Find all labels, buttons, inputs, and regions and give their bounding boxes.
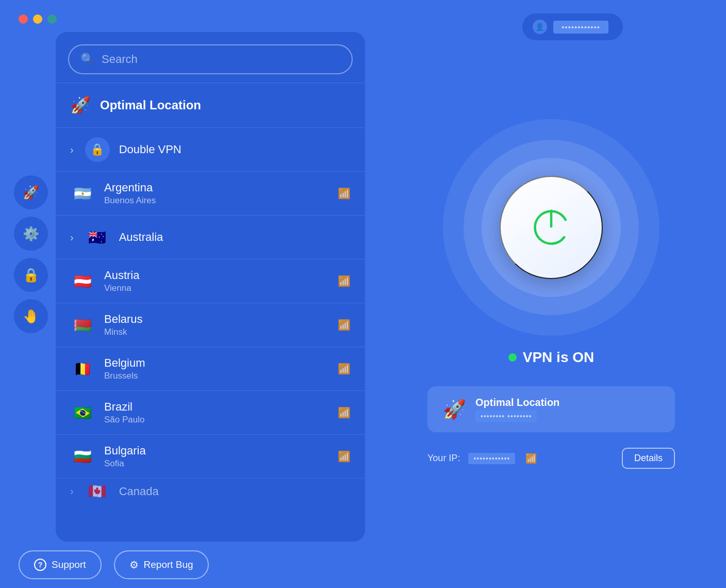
ip-row: Your IP: •••••••••••• 📶 Details xyxy=(427,448,675,469)
search-bar[interactable]: 🔍 xyxy=(68,44,353,74)
location-panel: 🔍 🚀 Optimal Location › 🔒 Double VPN 🇦🇷 A… xyxy=(56,32,365,542)
list-item-austria[interactable]: 🇦🇹 Austria Vienna 📶 xyxy=(56,259,365,303)
list-item-belgium[interactable]: 🇧🇪 Belgium Brussels 📶 xyxy=(56,347,365,390)
list-item-brazil[interactable]: 🇧🇷 Brazil São Paulo 📶 xyxy=(56,390,365,434)
list-item-optimal[interactable]: 🚀 Optimal Location xyxy=(56,83,365,127)
bug-icon: ⚙ xyxy=(129,559,139,571)
power-symbol-icon xyxy=(528,204,574,251)
bottom-bar: ? Support ⚙ Report Bug xyxy=(0,542,726,588)
sidebar-item-settings[interactable]: ⚙️ xyxy=(14,217,48,251)
support-label: Support xyxy=(52,559,86,570)
ip-signal-icon: 📶 xyxy=(525,453,537,464)
support-button[interactable]: ? Support xyxy=(19,550,102,579)
location-city: São Paulo xyxy=(104,415,328,425)
location-name: Argentina xyxy=(104,181,328,194)
sidebar-item-cybersec[interactable]: 🤚 xyxy=(14,299,48,333)
connection-rocket-icon: 🚀 xyxy=(443,399,466,420)
location-name: Double VPN xyxy=(119,143,351,156)
flag-canada: 🇨🇦 xyxy=(85,479,110,504)
location-name: Australia xyxy=(119,231,351,244)
flag-bulgaria: 🇧🇬 xyxy=(70,444,95,469)
status-text: VPN is ON xyxy=(523,349,594,366)
details-button[interactable]: Details xyxy=(622,448,675,469)
chevron-icon: › xyxy=(70,144,74,156)
location-city: Vienna xyxy=(104,283,328,293)
signal-icon: 📶 xyxy=(338,319,351,331)
flag-australia: 🇦🇺 xyxy=(85,225,110,250)
flag-argentina: 🇦🇷 xyxy=(70,181,95,206)
sidebar: 🚀 ⚙️ 🔒 🤚 xyxy=(0,0,62,588)
flag-austria: 🇦🇹 xyxy=(70,269,95,293)
search-icon: 🔍 xyxy=(80,53,94,66)
signal-icon: 📶 xyxy=(338,406,351,419)
ip-value: •••••••••••• xyxy=(468,453,515,464)
location-name: Bulgaria xyxy=(104,444,328,458)
chevron-icon: › xyxy=(70,485,74,497)
signal-icon: 📶 xyxy=(338,363,351,375)
location-name: Belarus xyxy=(104,313,328,326)
location-city: Minsk xyxy=(104,327,328,337)
list-item-belarus[interactable]: 🇧🇾 Belarus Minsk 📶 xyxy=(56,303,365,347)
connection-card: 🚀 Optimal Location •••••••• •••••••• xyxy=(427,386,675,432)
signal-icon: 📶 xyxy=(338,187,351,200)
report-bug-button[interactable]: ⚙ Report Bug xyxy=(114,550,209,579)
list-item-bulgaria[interactable]: 🇧🇬 Bulgaria Sofia 📶 xyxy=(56,434,365,478)
location-list: 🚀 Optimal Location › 🔒 Double VPN 🇦🇷 Arg… xyxy=(56,83,365,542)
location-city: Buenos Aires xyxy=(104,195,328,206)
rocket-icon: 🚀 xyxy=(23,185,39,201)
report-bug-label: Report Bug xyxy=(144,559,193,570)
lock-icon: 🔒 xyxy=(23,267,39,283)
list-item-double-vpn[interactable]: › 🔒 Double VPN xyxy=(56,127,365,171)
location-name: Brazil xyxy=(104,400,328,414)
search-input[interactable] xyxy=(102,53,340,66)
signal-icon: 📶 xyxy=(338,275,351,287)
list-item-australia[interactable]: › 🇦🇺 Australia xyxy=(56,215,365,259)
vpn-status: VPN is ON xyxy=(508,349,594,366)
status-dot xyxy=(508,353,517,362)
location-name: Canada xyxy=(119,485,351,498)
double-vpn-icon: 🔒 xyxy=(85,137,110,162)
vpn-panel: VPN is ON 🚀 Optimal Location •••••••• ••… xyxy=(376,0,726,588)
gear-icon: ⚙️ xyxy=(23,226,39,242)
power-rings xyxy=(443,119,659,336)
hand-icon: 🤚 xyxy=(23,308,39,324)
optimal-label: Optimal Location xyxy=(100,98,201,112)
ip-label: Your IP: xyxy=(427,453,460,464)
signal-icon: 📶 xyxy=(338,450,351,463)
power-button[interactable] xyxy=(500,176,603,279)
connection-detail: •••••••• •••••••• xyxy=(475,411,537,422)
location-city: Brussels xyxy=(104,371,328,381)
sidebar-item-security[interactable]: 🔒 xyxy=(14,258,48,292)
location-name: Austria xyxy=(104,269,328,282)
location-name: Belgium xyxy=(104,356,328,370)
optimal-rocket-icon: 🚀 xyxy=(70,95,91,115)
connection-label: Optimal Location xyxy=(475,397,559,409)
location-city: Sofia xyxy=(104,459,328,469)
flag-brazil: 🇧🇷 xyxy=(70,400,95,425)
list-item-canada[interactable]: › 🇨🇦 Canada xyxy=(56,478,365,504)
sidebar-item-servers[interactable]: 🚀 xyxy=(14,175,48,209)
chevron-icon: › xyxy=(70,232,74,243)
list-item-argentina[interactable]: 🇦🇷 Argentina Buenos Aires 📶 xyxy=(56,171,365,215)
flag-belgium: 🇧🇪 xyxy=(70,356,95,381)
flag-belarus: 🇧🇾 xyxy=(70,313,95,337)
support-icon: ? xyxy=(34,559,46,571)
